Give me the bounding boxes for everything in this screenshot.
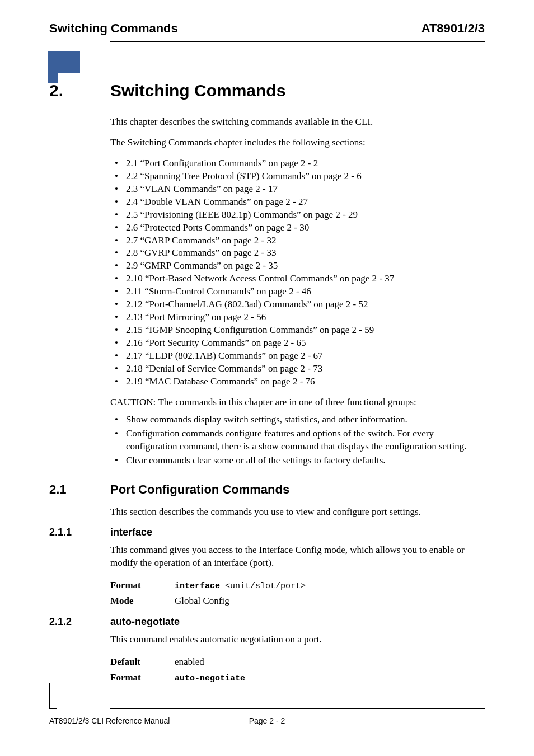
section-number: 2.1 [0, 482, 110, 497]
groups-list: Show commands display switch settings, s… [110, 414, 485, 467]
chapter-intro-1: This chapter describes the switching com… [110, 116, 485, 129]
chapter-intro-2: The Switching Commands chapter includes … [110, 137, 485, 149]
section-title: Port Configuration Commands [110, 482, 289, 497]
header-right: AT8901/2/3 [421, 21, 485, 36]
caution-text: The commands in this chapter are in one … [158, 396, 485, 409]
group-item: Clear commands clear some or all of the … [110, 454, 485, 467]
section-2-1-1-desc: This command gives you access to the Int… [110, 544, 485, 570]
mode-value: Global Config [175, 593, 485, 608]
page-header: Switching Commands AT8901/2/3 [0, 0, 534, 36]
toc-item: 2.3 “VLAN Commands” on page 2 - 17 [110, 183, 485, 196]
format-value: auto-negotiate [175, 670, 485, 685]
toc-item: 2.15 “IGMP Snooping Configuration Comman… [110, 324, 485, 337]
toc-item: 2.12 “Port-Channel/LAG (802.3ad) Command… [110, 298, 485, 311]
footer-corner-mark [49, 683, 57, 709]
toc-list: 2.1 “Port Configuration Commands” on pag… [110, 157, 485, 388]
group-item: Configuration commands configure feature… [110, 428, 485, 453]
default-label: Default [110, 654, 175, 669]
page-footer: AT8901/2/3 CLI Reference Manual Page 2 -… [49, 716, 485, 725]
chapter-title: Switching Commands [110, 81, 285, 100]
footer-rule [110, 708, 485, 709]
toc-item: 2.10 “Port-Based Network Access Control … [110, 273, 485, 285]
caution-block: CAUTION: The commands in this chapter ar… [110, 396, 485, 409]
format-value: interface <unit/slot/port> [175, 577, 485, 593]
toc-item: 2.4 “Double VLAN Commands” on page 2 - 2… [110, 196, 485, 209]
section-2-1-2-heading: 2.1.2 auto-negotiate [0, 616, 485, 628]
footer-page-number: Page 2 - 2 [49, 716, 485, 725]
toc-item: 2.13 “Port Mirroring” on page 2 - 56 [110, 311, 485, 324]
toc-item: 2.1 “Port Configuration Commands” on pag… [110, 157, 485, 170]
toc-item: 2.5 “Provisioning (IEEE 802.1p) Commands… [110, 209, 485, 222]
toc-item: 2.11 “Storm-Control Commands” on page 2 … [110, 285, 485, 298]
definition-table: Default enabled Format auto-negotiate [110, 654, 485, 685]
definition-table: Format interface <unit/slot/port> Mode G… [110, 577, 485, 608]
chapter-number: 2. [0, 81, 110, 100]
corner-decoration [48, 51, 80, 73]
toc-item: 2.16 “Port Security Commands” on page 2 … [110, 337, 485, 350]
section-2-1-2-desc: This command enables automatic negotiati… [110, 633, 485, 646]
subsection-number: 2.1.2 [0, 616, 110, 628]
mode-label: Mode [110, 593, 175, 608]
section-2-1-heading: 2.1 Port Configuration Commands [0, 482, 485, 497]
toc-item: 2.6 “Protected Ports Commands” on page 2… [110, 222, 485, 234]
chapter-heading: 2. Switching Commands [0, 81, 485, 100]
toc-item: 2.18 “Denial of Service Commands” on pag… [110, 363, 485, 375]
subsection-number: 2.1.1 [0, 527, 110, 538]
header-rule [110, 41, 485, 42]
format-label: Format [110, 577, 175, 593]
format-label: Format [110, 670, 175, 685]
group-item: Show commands display switch settings, s… [110, 414, 485, 426]
subsection-title: auto-negotiate [110, 616, 180, 628]
subsection-title: interface [110, 527, 152, 538]
default-value: enabled [175, 654, 485, 669]
header-left: Switching Commands [49, 21, 178, 36]
toc-item: 2.19 “MAC Database Commands” on page 2 -… [110, 375, 485, 388]
toc-item: 2.9 “GMRP Commands” on page 2 - 35 [110, 260, 485, 273]
toc-item: 2.2 “Spanning Tree Protocol (STP) Comman… [110, 170, 485, 183]
section-2-1-desc: This section describes the commands you … [110, 506, 485, 519]
caution-label: CAUTION: [110, 396, 158, 409]
toc-item: 2.7 “GARP Commands” on page 2 - 32 [110, 234, 485, 247]
section-2-1-1-heading: 2.1.1 interface [0, 527, 485, 538]
toc-item: 2.8 “GVRP Commands” on page 2 - 33 [110, 247, 485, 260]
toc-item: 2.17 “LLDP (802.1AB) Commands” on page 2… [110, 350, 485, 363]
